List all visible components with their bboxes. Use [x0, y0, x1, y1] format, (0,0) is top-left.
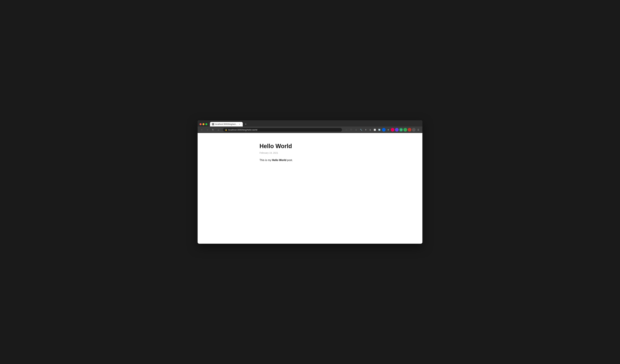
chrome-top: localhost:3000/blog/wor... ✕ +	[198, 120, 422, 126]
active-tab[interactable]: localhost:3000/blog/wor... ✕	[210, 122, 243, 126]
tab-favicon	[212, 123, 214, 125]
bookmark-button[interactable]: ☆	[354, 128, 358, 132]
window-controls	[200, 123, 207, 125]
page-content: Hello World February 19, 2021 This is my…	[198, 133, 422, 244]
pocket-button[interactable]: ♡	[349, 128, 353, 132]
download-icon[interactable]: ⬇	[364, 128, 368, 132]
refresh-button[interactable]: ↻	[211, 127, 215, 132]
browser-window: localhost:3000/blog/wor... ✕ + ← → ↻ ⌂	[198, 120, 422, 244]
minimize-button[interactable]	[202, 123, 204, 125]
hamburger-menu-button[interactable]: ☰	[416, 128, 420, 132]
chrome-bar: localhost:3000/blog/wor... ✕ + ← → ↻ ⌂	[198, 120, 422, 133]
post-date: February 19, 2021	[260, 152, 360, 154]
toolbar-right: 🔧 ⬇ ||| ⬜ 🔄 ⊞ ⏻ ☰	[359, 128, 420, 132]
grid-icon[interactable]: ⊞	[386, 128, 390, 132]
tab-bar: localhost:3000/blog/wor... ✕ +	[210, 122, 420, 126]
address-input[interactable]	[228, 129, 340, 131]
google-icon[interactable]	[403, 128, 407, 132]
extension-purple-icon[interactable]	[395, 128, 399, 132]
container-icon[interactable]: ⬜	[373, 128, 377, 132]
home-icon: ⌂	[218, 128, 219, 131]
wrench-icon[interactable]: 🔧	[359, 128, 363, 132]
firefox-icon[interactable]	[382, 128, 386, 132]
dark-extension-icon[interactable]	[412, 128, 416, 132]
post-body-bold: Hello World	[272, 159, 286, 162]
post-body-suffix: post.	[286, 159, 293, 162]
red-extension-icon[interactable]	[408, 128, 411, 132]
home-button[interactable]: ⌂	[216, 127, 221, 132]
maximize-button[interactable]	[205, 123, 207, 125]
post-body-prefix: This is my	[260, 159, 272, 162]
sync-icon[interactable]: 🔄	[377, 128, 381, 132]
refresh-icon: ↻	[212, 128, 214, 131]
back-button[interactable]: ←	[200, 127, 204, 132]
power-icon[interactable]: ⏻	[399, 128, 403, 132]
lock-icon: 🔒	[225, 129, 227, 131]
tab-close-button[interactable]: ✕	[238, 123, 241, 125]
blog-post: Hello World February 19, 2021 This is my…	[253, 143, 367, 162]
address-bar-container[interactable]: 🔒	[223, 128, 342, 132]
vpn-icon[interactable]	[391, 128, 394, 132]
close-button[interactable]	[200, 123, 202, 125]
post-title: Hello World	[260, 143, 360, 150]
nav-bar: ← → ↻ ⌂ 🔒 ··· ♡ ☆	[198, 126, 422, 133]
new-tab-button[interactable]: +	[243, 122, 248, 126]
post-body: This is my Hello World post.	[260, 158, 360, 162]
library-icon[interactable]: |||	[368, 128, 372, 132]
back-icon: ←	[201, 128, 203, 131]
nav-extra-buttons: ··· ♡ ☆	[344, 128, 358, 132]
tab-title: localhost:3000/blog/wor...	[215, 123, 237, 125]
forward-button[interactable]: →	[205, 127, 210, 132]
more-options-button[interactable]: ···	[344, 128, 348, 132]
forward-icon: →	[206, 128, 209, 131]
